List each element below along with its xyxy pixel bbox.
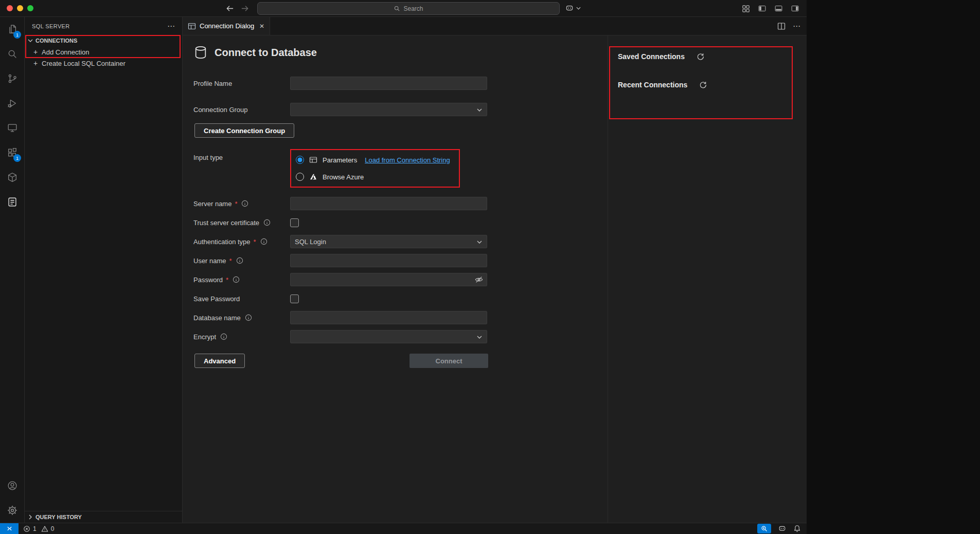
saved-connections-row: Saved Connections <box>618 52 704 61</box>
info-icon <box>241 200 248 207</box>
parameters-icon <box>309 156 317 164</box>
authentication-type-value: SQL Login <box>295 238 326 246</box>
layout-sidebar-left-icon[interactable] <box>758 4 767 13</box>
server-name-input[interactable] <box>290 197 487 210</box>
problems-indicator[interactable]: 1 0 <box>23 525 56 532</box>
dialog-buttons-row: Advanced Connect <box>194 354 488 368</box>
minimize-window-button[interactable] <box>17 5 23 11</box>
chevron-down-icon <box>576 7 581 10</box>
activity-run-debug[interactable] <box>0 91 24 116</box>
user-name-input[interactable] <box>290 254 487 267</box>
activity-database-projects[interactable] <box>0 165 24 190</box>
required-marker: * <box>235 200 237 208</box>
activity-settings[interactable] <box>0 498 24 523</box>
required-marker: * <box>229 257 232 265</box>
chevron-right-icon <box>26 513 34 521</box>
status-bar: 1 0 <box>0 523 807 534</box>
query-history-section-header[interactable]: QUERY HISTORY <box>25 511 182 523</box>
copilot-status-icon[interactable] <box>778 524 787 533</box>
close-window-button[interactable] <box>7 5 13 11</box>
required-marker: * <box>254 238 256 246</box>
titlebar-right-controls <box>742 4 799 13</box>
activity-accounts[interactable] <box>0 473 24 498</box>
apps-grid-icon[interactable] <box>742 5 750 13</box>
warning-icon <box>41 525 48 532</box>
refresh-icon[interactable] <box>696 52 704 61</box>
search-command-center[interactable]: Search <box>257 2 560 15</box>
sql-server-icon <box>7 196 18 208</box>
trust-certificate-checkbox[interactable] <box>290 218 299 227</box>
remote-icon <box>6 525 13 532</box>
sidebar-item-add-connection[interactable]: + Add Connection <box>25 46 182 58</box>
encrypt-select[interactable] <box>290 330 487 343</box>
connection-group-row: Connection Group <box>193 103 608 116</box>
activity-source-control[interactable] <box>0 66 24 91</box>
parameters-radio[interactable] <box>296 156 304 164</box>
account-icon <box>7 480 18 491</box>
forward-arrow-icon[interactable] <box>241 4 250 13</box>
more-actions-icon[interactable]: ⋯ <box>793 24 800 29</box>
history-nav <box>225 4 250 13</box>
input-type-label: Input type <box>193 154 223 161</box>
info-icon <box>260 238 268 245</box>
chevron-down-icon <box>477 108 482 112</box>
connect-button[interactable]: Connect <box>409 354 488 368</box>
toggle-password-visibility-icon[interactable] <box>474 275 484 284</box>
database-name-input[interactable] <box>290 311 487 324</box>
sidebar-item-create-local-sql-container[interactable]: + Create Local SQL Container <box>25 58 182 69</box>
activity-remote-explorer[interactable] <box>0 116 24 140</box>
layout-sidebar-right-icon[interactable] <box>791 4 799 13</box>
statusbar-right <box>757 524 807 533</box>
authentication-type-select[interactable]: SQL Login <box>290 235 487 248</box>
query-history-label: QUERY HISTORY <box>35 514 82 520</box>
layout-panel-icon[interactable] <box>774 4 783 13</box>
parameters-option-row: Parameters Load from Connection String <box>296 154 454 166</box>
load-from-connection-string-link[interactable]: Load from Connection String <box>365 156 450 164</box>
back-arrow-icon[interactable] <box>225 4 234 13</box>
password-input[interactable] <box>290 273 487 286</box>
browse-azure-option-row: Browse Azure <box>296 171 454 183</box>
profile-name-input[interactable] <box>290 77 487 90</box>
connections-panel: Saved Connections Recent Connections <box>608 35 807 523</box>
activity-sql-server[interactable] <box>0 190 24 214</box>
error-count: 1 <box>33 525 37 532</box>
info-icon <box>263 219 271 226</box>
recent-connections-title: Recent Connections <box>618 81 687 89</box>
activity-search[interactable] <box>0 42 24 66</box>
database-name-row: Database name <box>193 311 608 324</box>
split-editor-icon[interactable] <box>777 22 786 30</box>
activity-extensions[interactable]: 1 <box>0 140 24 165</box>
sidebar: SQL SERVER ⋯ CONNECTIONS + Add Connectio… <box>25 17 183 523</box>
extensions-badge: 1 <box>13 154 21 162</box>
info-icon <box>245 314 252 321</box>
close-tab-icon[interactable]: ✕ <box>259 23 264 30</box>
traffic-lights <box>7 5 33 11</box>
browse-azure-radio[interactable] <box>296 173 304 181</box>
azure-icon <box>309 173 317 181</box>
activity-explorer[interactable]: 1 <box>0 17 24 42</box>
connection-group-select[interactable] <box>290 103 487 116</box>
chevron-down-icon <box>477 336 482 339</box>
sidebar-header: SQL SERVER ⋯ <box>25 17 182 35</box>
search-icon <box>7 48 18 60</box>
advanced-button[interactable]: Advanced <box>194 354 245 368</box>
refresh-icon[interactable] <box>699 81 707 89</box>
connection-group-label: Connection Group <box>193 106 248 114</box>
zoom-indicator[interactable] <box>757 524 771 533</box>
tabbar-right-controls: ⋯ <box>777 17 800 35</box>
server-name-label: Server name <box>193 200 231 208</box>
tab-connection-dialog[interactable]: Connection Dialog ✕ <box>183 17 270 35</box>
database-icon <box>193 45 208 60</box>
bell-icon[interactable] <box>793 525 801 532</box>
user-name-row: User name * <box>193 254 608 267</box>
create-connection-group-button[interactable]: Create Connection Group <box>194 123 294 138</box>
remote-indicator[interactable] <box>0 523 19 534</box>
activity-bar: 1 1 <box>0 17 25 523</box>
authentication-type-row: Authentication type * SQL Login <box>193 235 608 248</box>
connections-section-header[interactable]: CONNECTIONS <box>25 35 182 46</box>
copilot-menu-button[interactable] <box>565 4 581 13</box>
more-actions-icon[interactable]: ⋯ <box>167 24 175 29</box>
maximize-window-button[interactable] <box>27 5 33 11</box>
save-password-checkbox[interactable] <box>290 294 299 303</box>
profile-name-row: Profile Name <box>193 77 608 90</box>
